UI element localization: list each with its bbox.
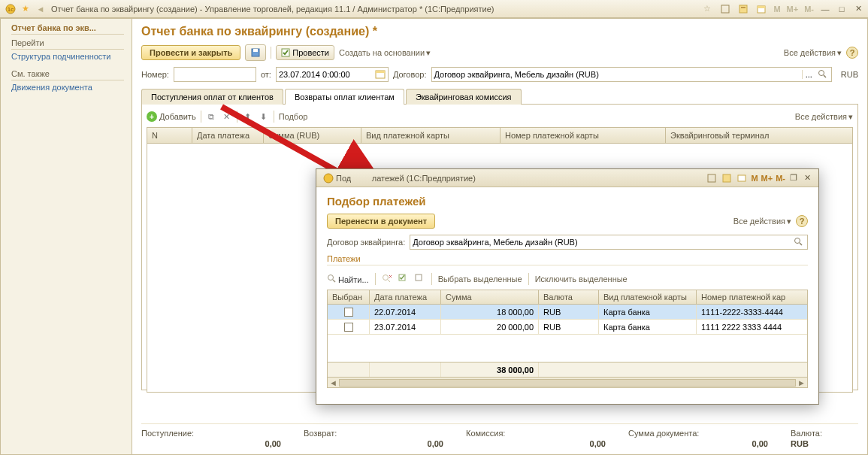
calendar-picker-icon[interactable]: [375, 69, 386, 80]
chevron-down-icon: ▾: [848, 112, 853, 122]
contract-input[interactable]: Договор эквайринга, Мебель дизайн (RUB) …: [431, 67, 832, 82]
scroll-right-icon: ►: [797, 378, 806, 387]
all-actions-dropdown[interactable]: Все действия ▾: [784, 48, 842, 58]
contract-open-button[interactable]: [815, 69, 829, 80]
contract-label: Договор:: [393, 70, 427, 79]
help-button[interactable]: ?: [846, 47, 858, 59]
uncheck-all-icon[interactable]: [415, 274, 425, 284]
svg-line-20: [800, 243, 802, 245]
dcol-date[interactable]: Дата платежа: [370, 290, 441, 305]
post-and-close-button[interactable]: Провести и закрыть: [141, 45, 240, 60]
row-checkbox[interactable]: [344, 308, 353, 317]
calendar-icon[interactable]: [756, 4, 767, 14]
grid-all-actions-dropdown[interactable]: Все действия ▾: [795, 112, 853, 122]
dcol-ctype[interactable]: Вид платежной карты: [599, 290, 697, 305]
svg-point-12: [818, 71, 824, 76]
col-sum[interactable]: Сумма (RUB): [264, 128, 361, 143]
sidebar: Отчет банка по экв... Перейти Структура …: [1, 19, 132, 454]
plus-icon: +: [147, 111, 157, 122]
exclude-checked-button[interactable]: Исключить выделенные: [535, 275, 628, 284]
m-button[interactable]: M: [772, 5, 782, 14]
calc-icon[interactable]: [738, 4, 749, 14]
dlg-close-button[interactable]: ✕: [800, 172, 814, 184]
svg-line-13: [824, 75, 826, 77]
svg-point-19: [795, 238, 800, 244]
pick-payments-dialog: Подбор платежей (1С:Предприятие) M M+ M-…: [316, 168, 819, 405]
post-button[interactable]: Провести: [276, 45, 334, 60]
col-n[interactable]: N: [147, 128, 192, 143]
grid-header: N Дата платежа Сумма (RUB) Вид платежной…: [147, 128, 852, 144]
dlg-tool-icon[interactable]: [706, 173, 717, 184]
col-date[interactable]: Дата платежа: [192, 128, 264, 143]
dlg-all-actions-dropdown[interactable]: Все действия ▾: [733, 217, 791, 226]
svg-line-24: [388, 280, 390, 282]
select-checked-button[interactable]: Выбрать выделенные: [438, 275, 522, 284]
add-row-button[interactable]: +Добавить: [147, 111, 196, 122]
form-row-header: Номер: от: 23.07.2014 0:00:00 Договор: Д…: [141, 67, 858, 82]
check-all-icon[interactable]: [398, 274, 409, 284]
minimize-button[interactable]: —: [818, 3, 832, 15]
currency-label: RUB: [841, 70, 858, 79]
col-card-type[interactable]: Вид платежной карты: [361, 128, 501, 143]
payment-row[interactable]: 23.07.2014 20 000,00 RUB Карта банка 111…: [328, 320, 807, 335]
clear-filter-icon[interactable]: [382, 274, 392, 284]
doc-toolbar: Провести и закрыть Провести Создать на о…: [141, 44, 858, 61]
svg-rect-8: [253, 49, 258, 52]
number-input[interactable]: [174, 67, 256, 82]
sidebar-link-movements[interactable]: Движения документа: [11, 80, 124, 94]
m-plus-button[interactable]: M+: [785, 5, 800, 14]
star-icon[interactable]: ☆: [702, 4, 712, 14]
m-minus-button[interactable]: M-: [803, 5, 815, 14]
dcol-cno[interactable]: Номер платежной кар: [697, 290, 807, 305]
from-label: от:: [261, 70, 271, 79]
dlg-calendar-icon[interactable]: [736, 173, 747, 184]
dlg-m-plus[interactable]: M+: [760, 174, 775, 183]
payments-grid: Выбран Дата платежа Сумма Валюта Вид пла…: [327, 290, 808, 388]
dlg-m-minus[interactable]: M-: [774, 174, 787, 183]
find-button[interactable]: Найти...: [327, 274, 369, 284]
foot-doc-lbl: Сумма документа:: [628, 429, 791, 438]
tab-returns[interactable]: Возвраты оплат клиентам: [285, 89, 404, 105]
dcol-sum[interactable]: Сумма: [441, 290, 539, 305]
tab-incoming[interactable]: Поступления оплат от клиентов: [141, 89, 283, 105]
move-down-icon[interactable]: ⬇: [258, 112, 269, 122]
favorite-star-icon[interactable]: ★: [20, 4, 31, 14]
svg-rect-3: [739, 5, 747, 13]
dlg-contract-input[interactable]: Договор эквайринга, Мебель дизайн (RUB): [410, 235, 808, 250]
app-titlebar: 1c ★ ◄ Отчет банка по эквайрингу (создан…: [0, 0, 868, 18]
footer-totals: Поступление:0,00 Возврат:0,00 Комиссия:0…: [141, 423, 858, 448]
svg-rect-16: [708, 174, 715, 182]
close-button[interactable]: ✕: [851, 3, 865, 15]
contract-select-button[interactable]: ...: [802, 70, 815, 79]
document-title: Отчет банка по эквайрингу (создание) *: [141, 25, 858, 38]
svg-rect-18: [738, 175, 746, 181]
dcol-sel[interactable]: Выбран: [328, 290, 370, 305]
save-button[interactable]: [245, 44, 266, 61]
tab-commission[interactable]: Эквайринговая комиссия: [406, 89, 522, 105]
delete-icon[interactable]: ✕: [221, 112, 232, 122]
maximize-button[interactable]: □: [835, 3, 848, 15]
payment-row[interactable]: 22.07.2014 18 000,00 RUB Карта банка 111…: [328, 305, 807, 320]
dlg-restore-button[interactable]: ❐: [787, 172, 800, 184]
svg-rect-28: [416, 275, 422, 281]
dlg-calc-icon[interactable]: [721, 173, 732, 184]
payments-total-row: 38 000,00: [328, 362, 807, 377]
create-on-base-dropdown[interactable]: Создать на основании ▾: [339, 48, 431, 58]
dcol-cur[interactable]: Валюта: [539, 290, 599, 305]
sidebar-link-structure[interactable]: Структура подчиненности: [11, 50, 124, 63]
row-checkbox[interactable]: [344, 323, 353, 332]
payments-h-scrollbar[interactable]: ◄ ►: [328, 377, 807, 387]
col-card-no[interactable]: Номер платежной карты: [501, 128, 666, 143]
dlg-m[interactable]: M: [749, 174, 759, 183]
transfer-to-doc-button[interactable]: Перенести в документ: [327, 214, 435, 229]
scroll-left-icon: ◄: [329, 378, 337, 387]
copy-icon[interactable]: ⧉: [206, 112, 216, 122]
tool-icon-1[interactable]: [720, 4, 730, 14]
back-icon[interactable]: ◄: [35, 4, 46, 14]
podbor-button[interactable]: Подбор: [279, 112, 308, 121]
date-input[interactable]: 23.07.2014 0:00:00: [276, 67, 389, 82]
col-terminal[interactable]: Эквайринговый терминал: [666, 128, 852, 143]
dlg-contract-open-button[interactable]: [791, 237, 805, 247]
move-up-icon[interactable]: ⬆: [242, 112, 253, 122]
dlg-help-button[interactable]: ?: [796, 215, 808, 227]
